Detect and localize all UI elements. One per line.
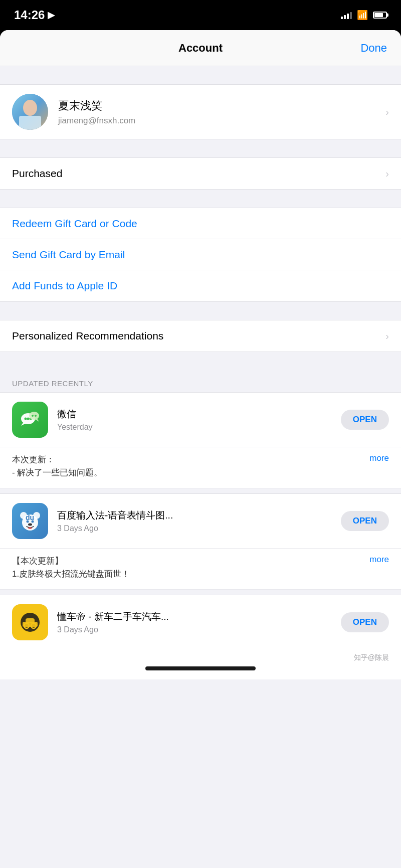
spacer-7	[0, 590, 401, 595]
dongche-info: 懂车帝 - 新车二手车汽车... 3 Days Ago	[57, 610, 341, 634]
signal-icon	[341, 11, 352, 19]
svg-point-5	[27, 418, 30, 420]
status-icons: 📶	[341, 10, 387, 21]
svg-point-1	[23, 100, 37, 116]
purchased-chevron: ›	[385, 168, 389, 180]
spacer-5	[0, 352, 401, 370]
updated-recently-label: UPDATED RECENTLY	[12, 379, 93, 388]
svg-point-4	[25, 418, 27, 420]
baidu-info: 百度输入法-语音表情斗图... 3 Days Ago	[57, 509, 341, 533]
svg-marker-11	[35, 419, 39, 422]
baidu-icon: du	[12, 503, 48, 539]
personalized-item[interactable]: Personalized Recommendations ›	[0, 320, 401, 352]
send-gift-card-label: Send Gift Card by Email	[12, 249, 389, 261]
redeem-gift-card-item[interactable]: Redeem Gift Card or Code	[0, 208, 401, 239]
spacer-6	[0, 488, 401, 493]
nav-bar: Account Done	[0, 30, 401, 66]
svg-point-10	[35, 415, 37, 417]
dongche-name: 懂车帝 - 新车二手车汽车...	[57, 610, 341, 623]
time-display: 14:26	[14, 8, 45, 22]
wechat-section: 微信 Yesterday OPEN more 本次更新：- 解决了一些已知问题。	[0, 392, 401, 488]
watermark-area: 知乎@陈晨	[0, 649, 401, 666]
wechat-date: Yesterday	[57, 423, 341, 432]
purchased-label: Purchased	[12, 167, 385, 180]
svg-rect-26	[26, 618, 35, 623]
status-time: 14:26 ▶	[14, 8, 55, 22]
wechat-app-row: 微信 Yesterday OPEN	[0, 393, 401, 447]
wechat-more-link[interactable]: more	[369, 453, 389, 463]
nav-title: Account	[178, 42, 223, 55]
purchased-item[interactable]: Purchased ›	[0, 158, 401, 189]
purchased-section: Purchased ›	[0, 157, 401, 190]
spacer-4	[0, 302, 401, 320]
redeem-gift-card-label: Redeem Gift Card or Code	[12, 218, 389, 230]
add-funds-label: Add Funds to Apple ID	[12, 280, 389, 292]
spacer-1	[0, 66, 401, 84]
dongche-date: 3 Days Ago	[57, 625, 341, 634]
baidu-update-text: 【本次更新】1.皮肤终极大招流光键盘面世！	[12, 555, 389, 580]
baidu-open-button[interactable]: OPEN	[341, 511, 389, 531]
baidu-date: 3 Days Ago	[57, 524, 341, 533]
watermark-text: 知乎@陈晨	[354, 653, 389, 662]
wechat-open-button[interactable]: OPEN	[341, 410, 389, 430]
battery-icon	[373, 12, 387, 19]
location-icon: ▶	[48, 10, 55, 21]
send-gift-card-item[interactable]: Send Gift Card by Email	[0, 239, 401, 270]
gift-section: Redeem Gift Card or Code Send Gift Card …	[0, 208, 401, 302]
spacer-2	[0, 139, 401, 157]
personalized-chevron: ›	[385, 330, 389, 342]
updated-recently-header: UPDATED RECENTLY	[0, 370, 401, 392]
wifi-icon: 📶	[357, 10, 368, 21]
app-container: Account Done	[0, 30, 401, 868]
baidu-name: 百度输入法-语音表情斗图...	[57, 509, 341, 522]
svg-marker-7	[21, 423, 26, 426]
baidu-app-row: du 百度输入法-语音表情斗图... 3 Days Ago OPEN	[0, 494, 401, 549]
wechat-update-notes: more 本次更新：- 解决了一些已知问题。	[0, 447, 401, 488]
baidu-section: du 百度输入法-语音表情斗图... 3 Days Ago OPEN more …	[0, 493, 401, 590]
personalized-section: Personalized Recommendations ›	[0, 320, 401, 352]
profile-info: 夏末浅笑 jiameng@fnsxh.com	[58, 98, 385, 126]
svg-point-9	[32, 415, 34, 417]
done-button[interactable]: Done	[360, 42, 387, 55]
dongche-section: 懂车帝 - 新车二手车汽车... 3 Days Ago OPEN	[0, 595, 401, 649]
status-bar: 14:26 ▶ 📶	[0, 0, 401, 30]
svg-point-17	[28, 524, 32, 526]
avatar	[12, 94, 48, 130]
wechat-name: 微信	[57, 408, 341, 421]
dongche-app-row: 懂车帝 - 新车二手车汽车... 3 Days Ago OPEN	[0, 595, 401, 649]
profile-row[interactable]: 夏末浅笑 jiameng@fnsxh.com ›	[0, 85, 401, 139]
svg-point-8	[29, 412, 39, 420]
baidu-more-link[interactable]: more	[369, 555, 389, 565]
dongche-icon	[12, 604, 48, 640]
wechat-update-text: 本次更新：- 解决了一些已知问题。	[12, 453, 389, 479]
svg-rect-2	[19, 116, 41, 130]
personalized-label: Personalized Recommendations	[12, 330, 385, 342]
dongche-open-button[interactable]: OPEN	[341, 612, 389, 632]
profile-chevron: ›	[385, 106, 389, 118]
profile-email: jiameng@fnsxh.com	[58, 116, 385, 126]
wechat-info: 微信 Yesterday	[57, 408, 341, 432]
baidu-update-notes: more 【本次更新】1.皮肤终极大招流光键盘面世！	[0, 549, 401, 590]
svg-point-21	[28, 527, 32, 529]
profile-section: 夏末浅笑 jiameng@fnsxh.com ›	[0, 84, 401, 139]
spacer-3	[0, 190, 401, 208]
wechat-icon	[12, 402, 48, 438]
add-funds-item[interactable]: Add Funds to Apple ID	[0, 270, 401, 301]
svg-text:du: du	[26, 513, 34, 522]
profile-name: 夏末浅笑	[58, 98, 385, 113]
